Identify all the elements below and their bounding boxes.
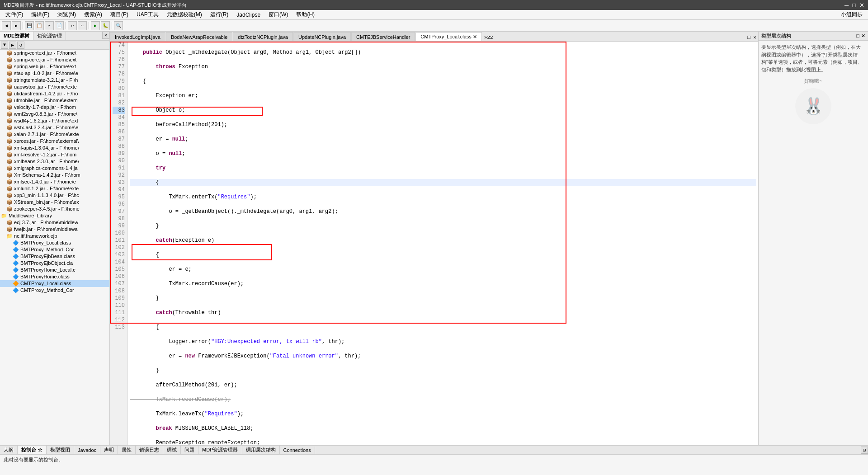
sidebar-tab-package[interactable]: 包资源管理 (33, 32, 66, 40)
toolbar-btn-1[interactable]: ◀ (2, 21, 11, 30)
right-panel-minimize[interactable]: □ (856, 33, 859, 39)
bottom-tab-problems[interactable]: 问题 (181, 446, 198, 454)
ln-81: 81 (113, 92, 125, 99)
tree-item-uapwstool[interactable]: 📦 uapwstool.jar - F:\home\exte (0, 84, 109, 90)
right-panel-close[interactable]: ✕ (861, 33, 865, 39)
tab-bodanew[interactable]: BodaNewArapReceivable (166, 32, 232, 41)
sync-button[interactable]: 小组同步 (837, 10, 866, 19)
tree-item-xstream[interactable]: 📦 XStream_bin.jar - F:\home\ex (0, 199, 109, 206)
menu-metadata[interactable]: 元数据校验(M) (163, 10, 206, 19)
tree-item-spring-context[interactable]: 📦 spring-context.jar - F:\home\ (0, 50, 109, 56)
tree-item-bmt-ejbbean[interactable]: 🔷 BMTProxyEjbBean.class (0, 253, 109, 260)
bottom-tab-errorlog[interactable]: 错误日志 (136, 446, 163, 454)
bottom-tab-javadoc[interactable]: Javadoc (74, 447, 100, 454)
tree-item-cmt-method[interactable]: 🔷 CMTProxy_Method_Cor (0, 287, 109, 294)
sidebar-tab-mde[interactable]: MDE资源树 (0, 32, 33, 40)
tree-item-zookeeper[interactable]: 📦 zookeeper-3.4.5.jar - F:\home (0, 206, 109, 212)
bottom-panel-controls[interactable]: ⊡ (861, 447, 868, 454)
tree-item-ufmobile[interactable]: 📦 ufmobile.jar - F:\home\extern (0, 97, 109, 104)
tab-cmtejb[interactable]: CMTEJBServiceHandler (351, 32, 415, 41)
tab-overflow[interactable]: »22 (482, 34, 495, 41)
bottom-tab-outline[interactable]: 大纲 (0, 446, 18, 454)
mascot-area: 好嗨哦~ 🐰 (761, 73, 865, 129)
editor-area: InvokedLogImpl.java BodaNewArapReceivabl… (110, 32, 758, 445)
bottom-tab-callhier[interactable]: 调用层次结构 (242, 446, 280, 454)
menu-edit[interactable]: 编辑(E) (28, 10, 53, 19)
minimize-button[interactable]: ─ (844, 2, 849, 9)
bottom-tab-mdp[interactable]: MDP资源管理器 (198, 446, 242, 454)
tree-item-stringtemplate[interactable]: 📦 stringtemplate-3.2.1.jar - F:\h (0, 77, 109, 84)
tree-item-wstx[interactable]: 📦 wstx-asl-3.2.4.jar - F:\home\e (0, 124, 109, 131)
tab-panel-controls[interactable]: □ ✕ (745, 33, 758, 41)
tree-item-bmt-homeloc[interactable]: 🔷 BMTProxyHome_Local.c (0, 267, 109, 273)
menu-file[interactable]: 文件(F) (2, 10, 27, 19)
bottom-tab-declaration[interactable]: 声明 (100, 446, 118, 454)
sidebar-close-btn[interactable]: ✕ (102, 32, 109, 39)
tab-cmtproxy[interactable]: CMTProxy_Local.class ✕ (415, 32, 482, 41)
tree-item-spring-core[interactable]: 📦 spring-core.jar - F:\home\ext (0, 56, 109, 63)
tree-item-xmlbeans[interactable]: 📦 xmlbeans-2.3.0.jar - F:\home\ (0, 158, 109, 165)
menu-run[interactable]: 运行(R) (207, 10, 232, 19)
tree-item-spring-web[interactable]: 📦 spring-web.jar - F:\home\ext (0, 63, 109, 70)
menu-help[interactable]: 帮助(H) (292, 10, 318, 19)
tab-invokedlog[interactable]: InvokedLogImpl.java (110, 32, 165, 41)
maximize-button[interactable]: □ (852, 2, 856, 9)
tree-item-ecj[interactable]: 📦 ecj-3.7.jar - F:\home\middlew (0, 219, 109, 226)
bottom-tab-console[interactable]: 控制台 ☆ (18, 446, 47, 454)
toolbar-btn-search[interactable]: 🔍 (114, 21, 123, 30)
tree-item-xml-resolver[interactable]: 📦 xml-resolver-1.2.jar - F:\hom (0, 151, 109, 158)
tree-item-cmt-local[interactable]: 🔶 CMTProxy_Local.class (0, 280, 109, 287)
tree-item-xerces[interactable]: 📦 xerces.jar - F:\home\external\ (0, 138, 109, 145)
tree-item-xalan[interactable]: 📦 xalan-2.7.1.jar - F:\home\exte (0, 131, 109, 138)
tree-item-xmlunit[interactable]: 📦 xmlunit-1.2.jar - F:\home\exte (0, 185, 109, 192)
tab-updatenc[interactable]: UpdateNCPlugin.java (293, 32, 351, 41)
code-content[interactable]: public Object _mthdelegate(Object arg0, … (128, 42, 758, 445)
tree-item-wsdl4j[interactable]: 📦 wsdl4j-1.6.2.jar - F:\home\ext (0, 118, 109, 124)
tree-item-ufidaxstream[interactable]: 📦 ufidaxstream-1.4.2.jar - F:\ho (0, 90, 109, 97)
ln-101: 101 (113, 237, 125, 244)
tree-item-xmlgraphics[interactable]: 📦 xmlgraphics-commons-1.4.ja (0, 165, 109, 172)
tree-item-stax[interactable]: 📦 stax-api-1.0-2.jar - F:\home\e (0, 70, 109, 77)
collapse-btn[interactable]: ▼ (1, 42, 8, 49)
tree-item-xmlschema[interactable]: 📦 XmlSchema-1.4.2.jar - F:\hom (0, 172, 109, 179)
menu-project[interactable]: 项目(P) (107, 10, 132, 19)
tab-dtztodtz[interactable]: dtzTodtzNCPlugin.java (233, 32, 293, 41)
toolbar-btn-4[interactable]: 📋 (35, 21, 44, 30)
window-controls[interactable]: ─ □ ✕ (844, 2, 864, 9)
toolbar-btn-7[interactable]: ↩ (68, 21, 77, 30)
tree-item-bmt-local[interactable]: 🔷 BMTProxy_Local.class (0, 240, 109, 246)
tree-item-fwejb[interactable]: 📦 fwejb.jar - F:\home\middlewa (0, 226, 109, 233)
menu-search[interactable]: 搜索(A) (80, 10, 106, 19)
toolbar-btn-run[interactable]: ▶ (91, 21, 100, 30)
code-editor[interactable]: 74 75 76 77 78 79 80 81 82 83 84 85 86 8… (110, 42, 758, 445)
tree-item-middleware[interactable]: 📁 Middleware_Library (0, 212, 109, 219)
toolbar-btn-5[interactable]: ✂ (45, 21, 54, 30)
tree-item-wmf2svg[interactable]: 📦 wmf2svg-0.8.3.jar - F:\home\ (0, 111, 109, 118)
menu-window[interactable]: 窗口(W) (265, 10, 292, 19)
tree-item-velocity[interactable]: 📦 velocity-1.7-dep.jar - F:\hom (0, 104, 109, 111)
refresh-btn[interactable]: ↺ (17, 42, 24, 49)
toolbar-btn-debug[interactable]: 🐛 (101, 21, 110, 30)
expand-btn[interactable]: ▶ (9, 42, 16, 49)
tree-item-xpp3[interactable]: 📦 xpp3_min-1.1.3.4.0.jar - F:\hc (0, 192, 109, 199)
toolbar-btn-8[interactable]: ↪ (78, 21, 87, 30)
bottom-tab-debug[interactable]: 调试 (163, 446, 181, 454)
toolbar-btn-6[interactable]: 📄 (55, 21, 64, 30)
ln-103: 103 (113, 251, 125, 259)
bottom-tab-model[interactable]: 模型视图 (47, 446, 74, 454)
menu-browse[interactable]: 浏览(N) (54, 10, 80, 19)
menu-uap[interactable]: UAP工具 (133, 10, 162, 19)
close-button[interactable]: ✕ (859, 2, 864, 9)
menu-jadclipse[interactable]: JadClipse (233, 11, 264, 19)
bottom-tab-connections[interactable]: Connections (280, 447, 315, 454)
toolbar: ◀ ▶ 💾 📋 ✂ 📄 ↩ ↪ ▶ 🐛 🔍 (0, 20, 868, 32)
tree-item-bmt-ejbobject[interactable]: 🔷 BMTProxyEjbObject.cla (0, 260, 109, 267)
tree-item-nc-package[interactable]: 📁 nc.itf.framework.ejb (0, 233, 109, 240)
toolbar-btn-3[interactable]: 💾 (25, 21, 34, 30)
tree-item-xmlsec[interactable]: 📦 xmlsec-1.4.0.jar - F:\home\e (0, 179, 109, 185)
tree-item-bmt-method[interactable]: 🔷 BMTProxy_Method_Cor (0, 246, 109, 253)
bottom-tab-properties[interactable]: 属性 (118, 446, 136, 454)
tree-item-xml-apis[interactable]: 📦 xml-apis-1.3.04.jar - F:\home\ (0, 145, 109, 151)
tree-item-bmt-home[interactable]: 🔷 BMTProxyHome.class (0, 273, 109, 280)
toolbar-btn-2[interactable]: ▶ (12, 21, 21, 30)
